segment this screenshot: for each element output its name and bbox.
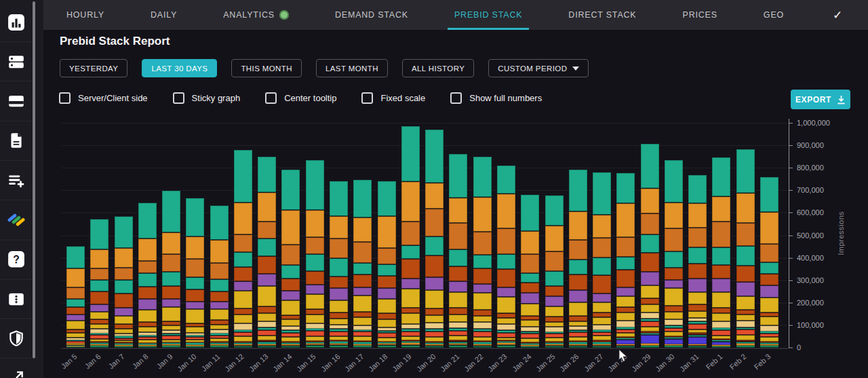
seg-rust-large xyxy=(353,274,372,287)
bar-jan-8[interactable] xyxy=(138,202,157,347)
sidebar-item-ticket[interactable] xyxy=(0,280,33,319)
tab-analytics[interactable]: ANALYTICS xyxy=(200,0,312,30)
seg-yellow-small xyxy=(281,337,300,341)
x-axis-line xyxy=(61,348,789,349)
bar-jan-25[interactable] xyxy=(545,195,564,347)
sidebar-item-data-rows[interactable] xyxy=(0,42,33,81)
bar-jan-13[interactable] xyxy=(258,156,276,347)
sidebar-item-layers-colored[interactable] xyxy=(0,201,33,240)
nav-check-icon[interactable]: ✓ xyxy=(807,0,868,30)
seg-teal-top xyxy=(258,156,276,192)
seg-yellow-mid xyxy=(641,304,659,312)
sidebar-scrollbar[interactable] xyxy=(33,1,35,358)
seg-rust-small xyxy=(258,306,276,313)
bar-jan-18[interactable] xyxy=(378,181,396,347)
bar-feb-3[interactable] xyxy=(760,176,778,347)
seg-orange-dark xyxy=(258,221,276,238)
bar-jan-12[interactable] xyxy=(234,149,252,347)
sidebar-item-expand[interactable] xyxy=(0,359,33,378)
bar-jan-23[interactable] xyxy=(497,165,515,347)
bar-jan-31[interactable] xyxy=(688,174,707,347)
y-axis-tick-label: 600,000 xyxy=(797,208,824,216)
seg-green-dark xyxy=(90,345,108,347)
seg-yellow-large xyxy=(449,292,467,307)
bar-jan-14[interactable] xyxy=(281,169,300,347)
seg-purple xyxy=(616,287,635,296)
seg-beige xyxy=(712,321,730,328)
seg-yellow-small xyxy=(760,337,778,341)
seg-purple xyxy=(186,301,204,309)
bar-jan-9[interactable] xyxy=(162,190,180,347)
seg-beige xyxy=(353,325,372,330)
seg-teal-mid xyxy=(569,259,587,274)
seg-beige xyxy=(90,328,108,333)
bar-jan-17[interactable] xyxy=(353,179,372,347)
seg-teal-mid xyxy=(378,264,396,276)
tab-prebid-stack[interactable]: PREBID STACK xyxy=(431,0,545,30)
seg-yellow-large xyxy=(401,288,420,307)
seg-orange-dark xyxy=(210,263,229,279)
bar-jan-20[interactable] xyxy=(425,129,443,347)
seg-teal-mid xyxy=(115,280,133,293)
bar-feb-1[interactable] xyxy=(712,157,730,347)
bar-jan-5[interactable] xyxy=(66,246,85,347)
tab-direct-stack[interactable]: DIRECT STACK xyxy=(545,0,659,30)
bar-jan-22[interactable] xyxy=(473,156,492,347)
mouse-cursor xyxy=(618,349,629,364)
seg-green-dark xyxy=(545,345,564,347)
bar-jan-21[interactable] xyxy=(449,153,467,347)
tab-hourly[interactable]: HOURLY xyxy=(43,0,127,30)
seg-teal-top xyxy=(641,143,659,188)
sidebar-item-help[interactable]: ? xyxy=(0,240,33,280)
bar-jan-28[interactable] xyxy=(616,172,635,347)
seg-purple xyxy=(258,273,276,286)
tab-demand-stack[interactable]: DEMAND STACK xyxy=(312,0,431,30)
bar-jan-19[interactable] xyxy=(401,126,420,347)
seg-green-dark xyxy=(378,345,396,347)
sidebar-item-credit-card[interactable] xyxy=(0,82,33,121)
bar-jan-27[interactable] xyxy=(593,172,611,347)
seg-orange-dark xyxy=(162,254,180,271)
bar-jan-6[interactable] xyxy=(90,219,108,347)
sidebar-item-bar-chart[interactable] xyxy=(0,3,33,42)
seg-tomato xyxy=(378,333,396,337)
main-content: Prebid Stack Report YESTERDAYLAST 30 DAY… xyxy=(43,30,868,378)
seg-purple xyxy=(497,287,515,297)
bar-jan-10[interactable] xyxy=(186,197,204,347)
seg-yellow-mid xyxy=(736,314,755,320)
seg-green-dark xyxy=(736,345,755,347)
bar-jan-30[interactable] xyxy=(665,159,683,347)
seg-teal-mid xyxy=(330,258,348,276)
seg-purple xyxy=(234,281,252,290)
bar-jan-29[interactable] xyxy=(641,143,659,347)
seg-orange-dark xyxy=(449,223,467,249)
bar-jan-11[interactable] xyxy=(210,205,229,347)
bar-jan-26[interactable] xyxy=(569,169,587,347)
seg-rust-small xyxy=(736,309,755,314)
sidebar-item-document[interactable] xyxy=(0,121,33,161)
tab-prices[interactable]: PRICES xyxy=(660,0,741,30)
bar-jan-24[interactable] xyxy=(521,194,539,347)
tab-daily[interactable]: DAILY xyxy=(127,0,200,30)
seg-purple xyxy=(569,290,587,302)
seg-rust-large xyxy=(449,266,467,281)
bar-feb-2[interactable] xyxy=(736,149,755,347)
bar-jan-7[interactable] xyxy=(115,216,133,347)
sidebar-item-playlist-add[interactable] xyxy=(0,161,33,200)
bar-jan-15[interactable] xyxy=(306,159,324,347)
seg-green-dark xyxy=(449,345,467,347)
sidebar-item-shield[interactable] xyxy=(0,319,33,358)
seg-tomato xyxy=(569,332,587,337)
seg-rust-large xyxy=(90,291,108,304)
seg-rust-small xyxy=(330,312,348,318)
seg-purple xyxy=(401,278,420,288)
y-axis-tick xyxy=(789,303,793,303)
tab-geo[interactable]: GEO xyxy=(741,0,807,30)
seg-green-dark xyxy=(641,345,659,347)
seg-teal-top xyxy=(90,219,108,249)
bar-jan-16[interactable] xyxy=(330,181,348,347)
seg-purple xyxy=(665,280,683,288)
seg-yellow-small xyxy=(425,337,443,341)
seg-beige xyxy=(593,324,611,330)
seg-rust-small xyxy=(425,308,443,315)
